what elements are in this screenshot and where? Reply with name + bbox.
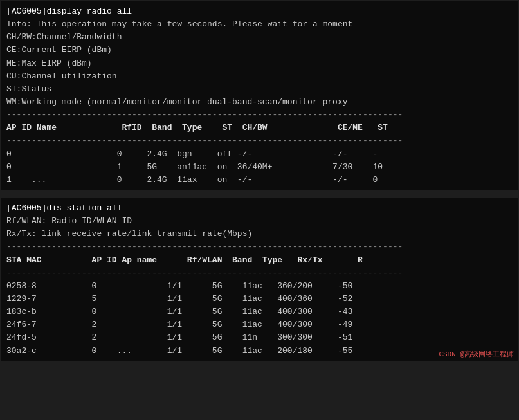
col-header-1: AP ID Name RfID Band Type ST CH/BW CE/ME…	[6, 122, 513, 134]
table-row-2-4: 24fd-5 2 1/1 5G 11n 300/300 -51	[6, 331, 513, 344]
separator-1-1: ----------------------------------------…	[6, 109, 513, 122]
table-row-1-0: 0 0 2.4G bgn off -/- -/- -	[6, 148, 513, 161]
cmd-line-1: [AC6005]display radio all	[6, 5, 513, 18]
info-line-2-1: Rx/Tx: link receive rate/link transmit r…	[6, 228, 513, 241]
info-line-1-6: WM:Working mode (normal/monitor/monitor …	[6, 96, 513, 109]
separator-2-1: ----------------------------------------…	[6, 241, 513, 253]
info-line-1-1: CH/BW:Channel/Bandwidth	[6, 31, 513, 44]
table-row-2-5: 30a2-c 0 ... 1/1 5G 11ac 200/180 -55	[6, 345, 513, 358]
info-line-1-2: CE:Current EIRP (dBm)	[6, 44, 513, 57]
info-line-1-5: ST:Status	[6, 83, 513, 96]
terminal-block-2: [AC6005]dis station all Rf/WLAN: Radio I…	[1, 198, 518, 361]
info-line-1-4: CU:Channel utilization	[6, 70, 513, 83]
info-line-1-0: Info: This operation may take a few seco…	[6, 18, 513, 31]
cmd-line-2: [AC6005]dis station all	[6, 202, 513, 215]
table-row-2-3: 24f6-7 2 1/1 5G 11ac 400/300 -49	[6, 318, 513, 331]
table-row-1-1: 0 1 5G an11ac on 36/40M+ 7/30 10	[6, 161, 513, 174]
table-row-2-1: 1229-7 5 1/1 5G 11ac 400/360 -52	[6, 293, 513, 306]
info-line-1-3: ME:Max EIRP (dBm)	[6, 57, 513, 70]
info-line-2-0: Rf/WLAN: Radio ID/WLAN ID	[6, 215, 513, 228]
table-row-2-0: 0258-8 0 1/1 5G 11ac 360/200 -50	[6, 280, 513, 293]
terminal-block-1: [AC6005]display radio all Info: This ope…	[1, 1, 518, 190]
separator-2-2: ----------------------------------------…	[6, 267, 513, 280]
col-header-2: STA MAC AP ID Ap name Rf/WLAN Band Type …	[6, 254, 513, 267]
watermark-label: CSDN @高级网络工程师	[439, 349, 514, 359]
page-container: [AC6005]display radio all Info: This ope…	[0, 0, 519, 370]
table-row-1-2: 1 ... 0 2.4G 11ax on -/- -/- 0	[6, 174, 513, 187]
separator-1-2: ----------------------------------------…	[6, 134, 513, 147]
table-row-2-2: 183c-b 0 1/1 5G 11ac 400/300 -43	[6, 306, 513, 318]
